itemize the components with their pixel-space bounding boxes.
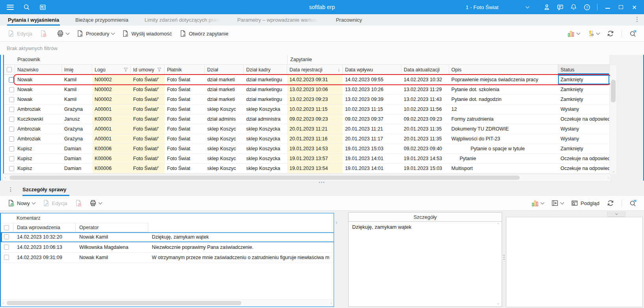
send-message-button[interactable]: Wyślij wiadomość — [120, 29, 174, 38]
col-header-dzial[interactable]: Dział — [205, 65, 244, 75]
new-button[interactable]: Nowy — [6, 198, 37, 208]
scroll-right-arrow-icon[interactable]: › — [330, 301, 332, 305]
row-checkbox[interactable] — [9, 87, 14, 92]
menu-icon[interactable] — [7, 5, 14, 10]
col-header-platnik[interactable]: Płatnik — [164, 65, 205, 75]
tab-pytania-i-wyjasnienia[interactable]: Pytania i wyjaśnienia — [7, 14, 60, 26]
col-header-nazwisko[interactable]: Nazwisko — [15, 65, 62, 75]
col-header-dzial-kadry[interactable]: Dział kadry — [244, 65, 287, 75]
main-grid-horizontal-scrollbar[interactable]: ‹ › — [3, 174, 610, 181]
search-filter-button[interactable] — [627, 29, 638, 38]
row-checkbox[interactable] — [9, 117, 14, 122]
chart-button[interactable] — [566, 29, 582, 38]
comment-row[interactable]: 14.02.2023 10:32:20 Nowak Kamil Dziękuję… — [1, 232, 334, 243]
col-header-data-aktualizacji[interactable]: Data aktualizacji — [401, 65, 449, 75]
details-text-area[interactable]: Dziękuję, zamykam wątek ⌃ ⌄ — [349, 222, 502, 306]
scroll-down-arrow-icon[interactable]: ⌄ — [497, 301, 500, 305]
tab-parametry[interactable]: Parametry – wprowadzanie wartości — [237, 14, 321, 26]
table-row[interactable]: Kupisz Damian K00006 Foto Świat/' Foto Ś… — [4, 154, 609, 164]
scroll-down-arrow-icon[interactable]: ⌄ — [612, 169, 615, 173]
sort-descending-icon[interactable]: ↓ — [338, 67, 340, 73]
details-kebab-icon[interactable]: ⋮ — [8, 186, 13, 192]
refresh-details-button[interactable] — [605, 198, 616, 208]
edit-details-button[interactable]: Edycja — [41, 198, 69, 208]
row-checkbox[interactable] — [9, 77, 14, 82]
comment-row[interactable]: 14.02.2023 10:06:13 Wilkowska Magdalena … — [1, 243, 334, 253]
main-grid-vertical-scrollbar[interactable]: ⌄ — [610, 65, 616, 174]
col-header-operator[interactable]: Operator — [76, 223, 148, 232]
table-row[interactable]: Kupisz Damian K00006 Foto Świat/' Foto Ś… — [4, 144, 609, 154]
comments-select-all-checkbox[interactable] — [4, 225, 9, 230]
table-row[interactable]: Nowak Kamil N00002 Foto Świat/' Foto Świ… — [4, 85, 609, 95]
bell-icon[interactable] — [570, 4, 577, 11]
comment-checkbox[interactable] — [4, 245, 9, 250]
scroll-left-arrow-icon[interactable]: ‹ — [4, 175, 6, 180]
chart-details-button[interactable] — [530, 198, 546, 208]
table-row[interactable]: Nowak Kamil N00002 Foto Świat/' Foto Świ… — [4, 95, 609, 105]
help-icon[interactable]: ? — [584, 4, 590, 11]
table-row[interactable]: Kupisz Damian K00006 Foto Świat/' Foto Ś… — [4, 164, 609, 174]
preview-button[interactable]: Podgląd — [569, 198, 601, 208]
table-row[interactable]: Ambroziak Grażyna A00001 Foto Świat/' Fo… — [4, 124, 609, 134]
row-checkbox[interactable] — [9, 146, 14, 151]
row-checkbox[interactable] — [9, 136, 14, 142]
tab-biezace-przypomnienia[interactable]: Bieżące przypomnienia — [75, 14, 129, 26]
collapse-panel-icon[interactable]: ‹ — [336, 219, 337, 225]
scroll-left-arrow-icon[interactable]: ‹ — [2, 301, 4, 305]
col-header-logo[interactable]: Logo — [92, 65, 131, 75]
comment-row[interactable]: 14.02.2023 09:31:09 Nowak Kamil W otrzym… — [1, 253, 334, 263]
scroll-up-arrow-icon[interactable]: ⌃ — [497, 223, 500, 227]
filter-funnel-icon[interactable] — [157, 67, 162, 72]
search-filter-details-button[interactable] — [627, 198, 638, 208]
col-header-data-wplywu[interactable]: Data wpływu — [343, 65, 401, 75]
table-row[interactable]: Nowak Kamil N00002 Foto Świat/' Foto Świ… — [4, 75, 609, 85]
tab-overflow-kebab-icon[interactable]: ⋮ — [634, 16, 640, 23]
user-icon[interactable] — [543, 4, 550, 11]
comment-checkbox[interactable] — [4, 234, 9, 239]
table-row[interactable]: Ambroziak Grażyna A00001 Foto Świat/' Fo… — [4, 105, 609, 114]
print-button[interactable] — [55, 29, 71, 38]
row-checkbox[interactable] — [9, 166, 14, 171]
row-checkbox[interactable] — [9, 127, 14, 132]
table-row[interactable]: Kuczkowski Janusz K00003 Foto Świat/' Fo… — [4, 114, 609, 124]
filter-funnel-icon[interactable] — [123, 67, 128, 72]
panel-layout-button[interactable] — [549, 198, 566, 208]
refresh-button[interactable] — [605, 29, 616, 38]
row-checkbox[interactable] — [9, 97, 14, 102]
comments-horizontal-scrollbar[interactable]: ‹ › — [1, 299, 333, 306]
news-icon[interactable] — [39, 4, 46, 11]
vertical-splitter-grip[interactable]: ••• — [503, 254, 505, 260]
delete-button[interactable] — [38, 29, 51, 38]
minimize-button[interactable] — [604, 4, 611, 11]
maximize-button[interactable] — [618, 4, 624, 11]
col-header-id-umowy[interactable]: Id umowy — [131, 65, 165, 75]
tab-szczegoly-sprawy[interactable]: Szczegóły sprawy — [22, 184, 66, 195]
tab-pracownicy[interactable]: Pracownicy — [335, 14, 363, 26]
row-checkbox[interactable] — [9, 107, 14, 112]
row-checkbox[interactable] — [9, 156, 14, 161]
procedures-button[interactable]: Procedury — [75, 29, 116, 38]
horizontal-splitter[interactable]: ••• — [0, 181, 644, 184]
collapse-toolbar-tab[interactable] — [607, 211, 625, 217]
alerts-button[interactable] — [585, 29, 601, 38]
col-header-data-wprowadzenia[interactable]: Data wprowadzenia — [13, 223, 76, 232]
close-button[interactable]: ✕ — [631, 4, 638, 11]
delete-details-button[interactable] — [73, 198, 84, 208]
table-row[interactable]: Ambroziak Grażyna A00001 Foto Świat/' Fo… — [4, 134, 609, 144]
col-header-imie[interactable]: Imię — [62, 65, 92, 75]
search-icon[interactable] — [23, 4, 30, 11]
col-header-data-rejestracji[interactable]: Data rejestracji ↓ — [287, 65, 343, 75]
chat-icon[interactable] — [557, 4, 564, 11]
open-query-button[interactable]: Otwórz zapytanie — [177, 29, 230, 38]
scrollbar-thumb[interactable] — [9, 175, 520, 180]
col-header-opis[interactable]: Opis — [449, 65, 558, 75]
edit-button[interactable]: Edycja — [6, 29, 34, 38]
company-selector[interactable]: 1 - Foto Świat — [466, 4, 529, 10]
col-header-status[interactable]: Status — [558, 65, 609, 75]
scroll-right-arrow-icon[interactable]: › — [607, 175, 609, 180]
comment-checkbox[interactable] — [4, 255, 9, 260]
tab-limity-zdarzen[interactable]: Limity zdarzeń dotyczących pracy — [144, 14, 222, 26]
print-details-button[interactable] — [88, 198, 104, 208]
scrollbar-thumb[interactable] — [7, 301, 241, 305]
scrollbar-thumb[interactable] — [611, 80, 616, 103]
